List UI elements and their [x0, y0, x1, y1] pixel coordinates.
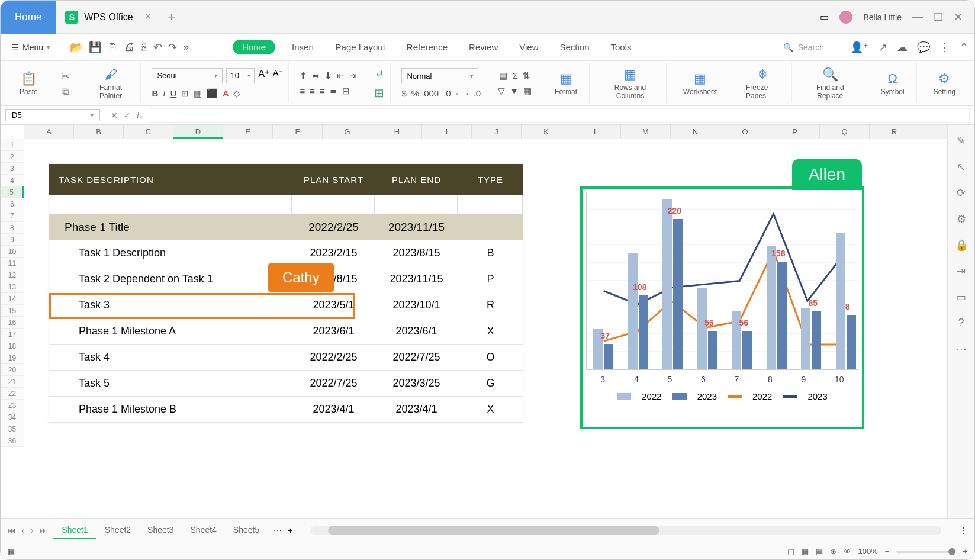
- cut-icon[interactable]: ✂: [61, 70, 70, 83]
- filter2-icon[interactable]: ▼: [510, 86, 519, 96]
- pagebreak-view-icon[interactable]: ▤: [816, 547, 823, 556]
- focus-icon[interactable]: ⊕: [830, 547, 836, 556]
- row-header[interactable]: 12: [1, 269, 24, 281]
- increase-font-icon[interactable]: A⁺: [258, 68, 269, 83]
- prev-sheet-icon[interactable]: ‹: [22, 526, 25, 535]
- column-header[interactable]: R: [870, 125, 919, 139]
- sheet-tab[interactable]: Sheet4: [182, 522, 224, 539]
- sheet-tab[interactable]: Sheet3: [139, 522, 182, 539]
- table-row[interactable]: Task 32023/5/12023/10/1R: [49, 292, 523, 318]
- minimize-panel-icon[interactable]: ▭: [956, 291, 966, 304]
- row-header[interactable]: 15: [1, 305, 24, 317]
- tab-insert[interactable]: Insert: [287, 40, 319, 54]
- column-header[interactable]: N: [671, 125, 720, 139]
- highlight-button[interactable]: ⬛: [207, 88, 218, 99]
- find-replace-button[interactable]: 🔍Find and Replace: [803, 67, 858, 100]
- menu-button[interactable]: ☰ Menu ▾: [7, 40, 54, 54]
- confirm-formula-icon[interactable]: ✓: [124, 111, 131, 120]
- search-box[interactable]: 🔍 Search: [777, 40, 830, 54]
- decrease-decimal-icon[interactable]: ←.0: [465, 88, 481, 98]
- row-header[interactable]: 35: [1, 423, 24, 435]
- sheet-tab[interactable]: Sheet2: [96, 522, 139, 539]
- feedback-icon[interactable]: 💬: [917, 41, 930, 54]
- increase-decimal-icon[interactable]: .0→: [443, 88, 460, 98]
- italic-button[interactable]: I: [163, 88, 165, 99]
- freeze-panes-button[interactable]: ❄Freeze Panes: [740, 67, 786, 100]
- tab-tools[interactable]: Tools: [606, 40, 636, 54]
- zoom-slider[interactable]: [896, 551, 955, 553]
- document-tab[interactable]: S WPS Office ×: [56, 1, 160, 34]
- chart[interactable]: Allen 371082205656158858 345678910 20222…: [580, 186, 864, 429]
- column-header[interactable]: G: [323, 125, 372, 139]
- add-sheet-icon[interactable]: +: [288, 526, 292, 535]
- row-header[interactable]: 4: [1, 175, 24, 186]
- more-sheets-icon[interactable]: ⋯: [273, 526, 282, 535]
- cells-area[interactable]: TASK DESCRIPTION PLAN START PLAN END TYP…: [24, 139, 947, 518]
- layout-icon[interactable]: ▦: [8, 547, 15, 556]
- tab-reference[interactable]: Reference: [402, 40, 452, 54]
- column-header[interactable]: E: [223, 125, 273, 139]
- underline-button[interactable]: U: [170, 88, 176, 99]
- comma-icon[interactable]: 000: [424, 88, 439, 98]
- tab-review[interactable]: Review: [464, 40, 503, 54]
- more-icon[interactable]: »: [183, 41, 189, 54]
- paste-button[interactable]: 📋Paste: [14, 71, 44, 96]
- symbol-button[interactable]: ΩSymbol: [875, 71, 910, 96]
- row-header[interactable]: 8: [1, 222, 24, 234]
- row-header[interactable]: 16: [1, 317, 24, 329]
- row-header[interactable]: 17: [1, 329, 24, 340]
- decrease-indent-icon[interactable]: ⇤: [337, 70, 345, 81]
- add-user-icon[interactable]: 👤⁺: [850, 41, 869, 54]
- row-header[interactable]: 6: [1, 198, 24, 210]
- number-format-select[interactable]: Normal▾: [401, 68, 478, 83]
- row-header[interactable]: 5: [1, 186, 24, 198]
- column-header[interactable]: C: [124, 125, 173, 139]
- select-icon[interactable]: ↖: [957, 160, 966, 173]
- settings-icon[interactable]: ⚙: [957, 213, 966, 226]
- last-sheet-icon[interactable]: ⏭: [39, 526, 47, 535]
- row-header[interactable]: 34: [1, 411, 24, 423]
- open-icon[interactable]: 📂: [70, 41, 83, 54]
- print-preview-icon[interactable]: 🗎: [108, 41, 118, 54]
- zoom-out-icon[interactable]: −: [885, 547, 890, 556]
- reading-view-icon[interactable]: ▢: [787, 547, 794, 556]
- help-icon[interactable]: ?: [958, 317, 964, 329]
- percent-icon[interactable]: %: [411, 88, 419, 98]
- filter-icon[interactable]: ▽: [498, 86, 505, 96]
- setting-button[interactable]: ⚙Setting: [928, 71, 961, 96]
- wrap-text-icon[interactable]: ⤶: [374, 67, 384, 81]
- table-row[interactable]: Task 52022/7/252023/3/25G: [49, 371, 523, 397]
- zoom-in-icon[interactable]: +: [963, 547, 967, 556]
- border-button[interactable]: ⊞: [181, 88, 189, 99]
- row-header[interactable]: 14: [1, 293, 24, 305]
- sheet-tab[interactable]: Sheet1: [53, 522, 96, 539]
- row-header[interactable]: 19: [1, 352, 24, 364]
- row-header[interactable]: 2: [1, 151, 24, 163]
- close-tab-icon[interactable]: ×: [145, 11, 152, 23]
- avatar[interactable]: [839, 11, 852, 24]
- row-header[interactable]: 13: [1, 281, 24, 293]
- row-header[interactable]: 7: [1, 210, 24, 222]
- minimize-icon[interactable]: —: [912, 11, 923, 23]
- row-header[interactable]: 23: [1, 400, 24, 411]
- table-row[interactable]: Phase 1 Milestone B2023/4/12023/4/1X: [49, 397, 523, 423]
- formula-input[interactable]: [149, 108, 970, 123]
- currency-icon[interactable]: $: [401, 88, 406, 98]
- maximize-icon[interactable]: ☐: [934, 11, 943, 24]
- format-painter-button[interactable]: 🖌Farmat Painter: [87, 67, 135, 100]
- align-right-icon[interactable]: ≡: [320, 86, 325, 96]
- column-header[interactable]: L: [571, 125, 621, 139]
- column-header[interactable]: J: [472, 125, 522, 139]
- column-header[interactable]: H: [372, 125, 422, 139]
- lock-icon[interactable]: 🔒: [955, 239, 968, 252]
- table-row[interactable]: Phase 1 Title 2022/2/25 2023/11/15: [49, 214, 523, 240]
- first-sheet-icon[interactable]: ⏮: [8, 526, 16, 535]
- table-style-icon[interactable]: ▦: [523, 86, 532, 96]
- align-middle-icon[interactable]: ⬌: [312, 70, 320, 81]
- row-header[interactable]: 18: [1, 340, 24, 352]
- tab-home[interactable]: Home: [233, 40, 275, 54]
- column-header[interactable]: F: [273, 125, 323, 139]
- sort-icon[interactable]: ⇅: [523, 70, 530, 81]
- edit-icon[interactable]: ✎: [957, 134, 966, 147]
- close-icon[interactable]: ✕: [954, 11, 963, 24]
